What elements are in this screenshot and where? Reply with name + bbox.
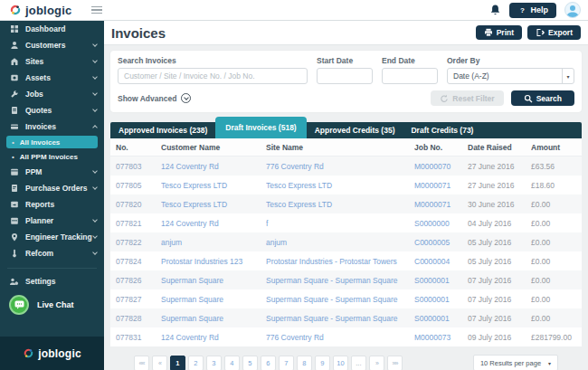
invoice-no-link[interactable]: 077820 xyxy=(116,200,161,209)
invoice-no-link[interactable]: 077826 xyxy=(116,276,161,285)
customer-link[interactable]: Superman Square xyxy=(161,295,266,304)
show-advanced-toggle[interactable]: Show Advanced xyxy=(118,93,191,103)
notifications-bell-icon[interactable] xyxy=(489,4,501,16)
site-link[interactable]: Protostar Industries - Protostar Towers xyxy=(266,257,414,266)
site-link[interactable]: Superman Square - Superman Square xyxy=(266,276,414,285)
page-number-button[interactable]: 10 xyxy=(333,356,348,370)
invoice-no-link[interactable]: 077821 xyxy=(116,219,161,228)
site-link[interactable]: anjum xyxy=(266,238,414,247)
table-row[interactable]: 077824 Protostar Industries 123 Protosta… xyxy=(110,251,582,270)
table-row[interactable]: 077820 Tesco Express LTD Tesco Express L… xyxy=(110,194,582,213)
job-no-link[interactable]: S0000001 xyxy=(414,276,468,285)
table-row[interactable]: 077827 Superman Square Superman Square -… xyxy=(110,289,582,308)
site-link[interactable]: 776 Coventry Rd xyxy=(266,333,414,342)
page-number-button[interactable]: 5 xyxy=(242,356,258,370)
sidebar-item-ppm[interactable]: PPM xyxy=(0,164,104,180)
sidebar-item-assets[interactable]: Assets xyxy=(0,70,104,86)
site-link[interactable]: Tesco Express LTD xyxy=(266,181,414,190)
table-row[interactable]: 077822 anjum anjum C0000005 05 July 2016… xyxy=(110,232,582,251)
sidebar-item-planner[interactable]: Planner xyxy=(0,213,104,229)
job-no-link[interactable]: M0000071 xyxy=(414,200,468,209)
site-link[interactable]: Tesco Express LTD xyxy=(266,200,414,209)
order-by-select[interactable]: Date (A-Z) ▾ xyxy=(447,68,574,84)
page-number-button[interactable]: 3 xyxy=(206,356,222,370)
table-row[interactable]: 077831 124 Coventry Rd 776 Coventry Rd M… xyxy=(110,327,582,346)
export-button[interactable]: Export xyxy=(527,25,581,40)
sidebar-item-reports[interactable]: Reports xyxy=(0,196,104,213)
customer-link[interactable]: 124 Coventry Rd xyxy=(161,219,266,228)
job-no-link[interactable]: M0000070 xyxy=(414,162,468,171)
page-number-button[interactable]: 6 xyxy=(261,356,276,370)
sidebar-item-all-ppm-invoices[interactable]: • All PPM Invoices xyxy=(6,150,98,163)
job-no-link[interactable]: S0000001 xyxy=(414,295,468,304)
sidebar-item-purchase-orders[interactable]: Purchase Orders xyxy=(0,180,104,196)
customer-link[interactable]: 124 Coventry Rd xyxy=(161,162,266,171)
tab-approved-credits[interactable]: Approved Credits (35) xyxy=(307,122,403,138)
site-link[interactable]: 776 Coventry Rd xyxy=(266,162,414,171)
customer-link[interactable]: Tesco Express LTD xyxy=(161,181,266,190)
table-row[interactable]: 077826 Superman Square Superman Square -… xyxy=(110,270,582,289)
job-no-link[interactable]: S0000001 xyxy=(414,314,468,323)
search-button[interactable]: Search xyxy=(511,90,574,106)
site-link[interactable]: Superman Square - Superman Square xyxy=(266,295,414,304)
page-number-button[interactable]: 4 xyxy=(224,356,240,370)
page-number-button[interactable]: 7 xyxy=(279,356,294,370)
customer-link[interactable]: Tesco Express LTD xyxy=(161,200,266,209)
customer-link[interactable]: anjum xyxy=(161,238,266,247)
sidebar-item-sites[interactable]: Sites xyxy=(0,53,104,70)
table-row[interactable]: 077828 Superman Square Superman Square -… xyxy=(110,308,582,327)
results-per-page-select[interactable]: 10 Results per page ▾ xyxy=(473,355,558,370)
site-link[interactable]: f xyxy=(266,219,414,228)
sidebar-item-settings[interactable]: Settings xyxy=(0,273,104,289)
user-avatar[interactable] xyxy=(564,2,581,18)
invoice-no-link[interactable]: 077803 xyxy=(116,162,161,171)
page-prev-button[interactable]: « xyxy=(152,356,167,370)
table-row[interactable]: 077803 124 Coventry Rd 776 Coventry Rd M… xyxy=(110,157,582,176)
sidebar-item-dashboard[interactable]: Dashboard xyxy=(0,21,104,37)
start-date-input[interactable] xyxy=(317,68,373,84)
table-row[interactable]: 077821 124 Coventry Rd f S0000000 04 Jul… xyxy=(110,213,582,232)
customer-link[interactable]: Protostar Industries 123 xyxy=(161,257,266,266)
reset-filter-button[interactable]: Reset Filter xyxy=(431,90,503,106)
print-button[interactable]: Print xyxy=(476,25,522,40)
job-no-link[interactable]: S0000000 xyxy=(414,219,468,228)
sidebar-item-invoices[interactable]: Invoices xyxy=(0,119,104,135)
sidebar-item-refcom[interactable]: Refcom xyxy=(0,245,104,261)
sidebar-item-engineer-tracking[interactable]: Engineer Tracking xyxy=(0,229,104,245)
joblogic-logo[interactable]: joblogic xyxy=(9,4,71,17)
help-button[interactable]: ? Help xyxy=(509,3,556,18)
customer-link[interactable]: 124 Coventry Rd xyxy=(161,333,266,342)
job-no-link[interactable]: M0000073 xyxy=(414,333,468,342)
page-number-button[interactable]: 8 xyxy=(297,356,312,370)
page-first-button[interactable]: «« xyxy=(134,356,149,370)
sidebar-item-customers[interactable]: Customers xyxy=(0,37,104,53)
search-input[interactable] xyxy=(118,68,308,84)
table-row[interactable]: 077805 Tesco Express LTD Tesco Express L… xyxy=(110,176,582,194)
customer-link[interactable]: Superman Square xyxy=(161,314,266,323)
sidebar-item-jobs[interactable]: Jobs xyxy=(0,86,104,102)
invoice-no-link[interactable]: 077831 xyxy=(116,333,161,342)
page-number-button[interactable]: 1 xyxy=(170,356,185,370)
invoice-no-link[interactable]: 077828 xyxy=(116,314,161,323)
invoice-no-link[interactable]: 077822 xyxy=(116,238,161,247)
invoice-no-link[interactable]: 077827 xyxy=(116,295,161,304)
job-no-link[interactable]: C0000005 xyxy=(414,238,468,247)
tab-draft-credits[interactable]: Draft Credits (73) xyxy=(403,122,481,138)
page-last-button[interactable]: »» xyxy=(387,356,403,370)
end-date-input[interactable] xyxy=(382,68,438,84)
invoice-no-link[interactable]: 077824 xyxy=(116,257,161,266)
tab-approved-invoices[interactable]: Approved Invoices (238) xyxy=(110,122,215,138)
page-number-button[interactable]: 2 xyxy=(188,356,204,370)
customer-link[interactable]: Superman Square xyxy=(161,276,266,285)
menu-toggle-icon[interactable] xyxy=(91,6,102,14)
live-chat-button[interactable]: Live Chat xyxy=(0,289,104,320)
site-link[interactable]: Superman Square - Superman Square xyxy=(266,314,414,323)
job-no-link[interactable]: C0000004 xyxy=(414,257,468,266)
tab-draft-invoices[interactable]: Draft Invoices (518) xyxy=(215,117,306,138)
sidebar-item-quotes[interactable]: Quotes xyxy=(0,102,104,119)
sidebar-item-all-invoices[interactable]: • All Invoices xyxy=(6,136,98,148)
page-number-button[interactable]: 9 xyxy=(315,356,330,370)
invoice-no-link[interactable]: 077805 xyxy=(116,181,161,190)
job-no-link[interactable]: M0000071 xyxy=(414,181,468,190)
page-next-button[interactable]: » xyxy=(369,356,384,370)
